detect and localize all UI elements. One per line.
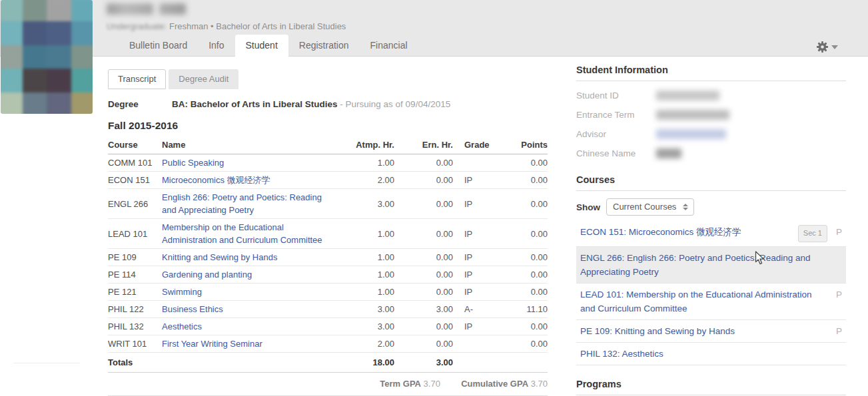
cell-ern-hr: 0.00: [394, 335, 453, 353]
cell-grade: IP: [453, 284, 493, 301]
cell-course-code: WRIT 101: [108, 335, 162, 353]
divider-line: [13, 363, 80, 363]
cell-ern-hr: 0.00: [394, 249, 453, 266]
course-list-item[interactable]: PE 109: Knitting and Sewing by Hands P: [576, 320, 846, 343]
cell-atmp-hr: 1.00: [333, 266, 394, 284]
transcript-row: PHIL 122 Business Ethics 3.00 3.00 A- 11…: [108, 301, 548, 318]
course-list-item[interactable]: PHIL 132: Aesthetics: [576, 343, 846, 365]
totals-atmp: 18.00: [333, 353, 394, 373]
tab-student[interactable]: Student: [235, 35, 288, 57]
course-list-item[interactable]: ECON 151: Microeconomics 微观经济学 Sec 1 P: [576, 221, 846, 247]
cell-atmp-hr: 1.00: [333, 154, 394, 172]
cell-course-name-link[interactable]: Knitting and Sewing by Hands: [162, 252, 277, 262]
cell-grade: IP: [453, 249, 493, 266]
cell-course-name-link[interactable]: English 266: Poetry and Poetics: Reading…: [162, 192, 322, 215]
degree-pursuing-note: - Pursuing as of 09/04/2015: [340, 99, 450, 109]
redacted-value: [656, 129, 726, 139]
course-flag: P: [833, 324, 842, 338]
transcript-row: ECON 151 Microeconomics 微观经济学 2.00 0.00 …: [108, 172, 548, 189]
cell-atmp-hr: 1.00: [333, 219, 394, 249]
cell-ern-hr: 0.00: [394, 154, 453, 172]
gpa-row: Term GPA 3.70 Cumulative GPA 3.70: [108, 373, 548, 396]
redacted-value: [656, 91, 719, 100]
cell-course-name-link[interactable]: Gardening and planting: [162, 270, 252, 280]
redacted-value: [656, 110, 729, 120]
info-field-label: Chinese Name: [576, 148, 656, 158]
cell-points: 0.00: [493, 266, 548, 284]
transcript-subtab-bar: TranscriptDegree Audit: [108, 69, 548, 89]
transcript-row: COMM 101 Public Speaking 1.00 0.00 0.00: [108, 154, 548, 172]
course-item-link[interactable]: ENGL 266: English 266: Poetry and Poetic…: [580, 251, 827, 279]
cell-course-name-link[interactable]: Swimming: [162, 287, 202, 297]
avatar-pixel: [23, 93, 47, 114]
cell-atmp-hr: 2.00: [333, 335, 394, 353]
transcript-header-row: Course Name Atmp. Hr. Ern. Hr. Grade Poi…: [108, 136, 548, 154]
cell-grade: IP: [453, 266, 493, 284]
course-item-link[interactable]: PHIL 132: Aesthetics: [580, 347, 827, 361]
tab-registration[interactable]: Registration: [288, 35, 360, 57]
cell-points: 0.00: [493, 318, 548, 335]
tab-financial[interactable]: Financial: [360, 35, 418, 57]
course-list-item[interactable]: ENGL 266: English 266: Poetry and Poetic…: [576, 247, 846, 284]
cell-course-name-link[interactable]: Microeconomics 微观经济学: [162, 175, 270, 185]
subtab-degree-audit[interactable]: Degree Audit: [169, 69, 238, 89]
cell-course-name-link[interactable]: Business Ethics: [162, 304, 223, 314]
cell-grade: IP: [453, 219, 493, 249]
course-item-link[interactable]: LEAD 101: Membership on the Educational …: [580, 288, 827, 315]
sidebar-panel: Student Information Student ID Entrance …: [576, 65, 846, 396]
cell-ern-hr: 0.00: [394, 219, 453, 249]
avatar-pixel: [71, 0, 93, 21]
cell-course-name-link[interactable]: Membership on the Educational Administra…: [162, 222, 322, 245]
caret-down-icon: [831, 45, 838, 49]
transcript-row: PE 109 Knitting and Sewing by Hands 1.00…: [108, 249, 548, 266]
course-item-link[interactable]: ECON 151: Microeconomics 微观经济学: [580, 225, 793, 239]
cell-course-name-link[interactable]: First Year Writing Seminar: [162, 339, 262, 349]
transcript-panel: TranscriptDegree Audit Degree BA: Bachel…: [108, 69, 548, 396]
cell-course-name-link[interactable]: Aesthetics: [162, 321, 202, 331]
info-field-label: Entrance Term: [576, 110, 656, 120]
section-badge: Sec 1: [798, 225, 827, 242]
avatar-pixel: [1, 21, 23, 45]
course-list-item[interactable]: LEAD 101: Membership on the Educational …: [576, 284, 846, 320]
info-field-row: Student ID: [576, 90, 846, 100]
settings-menu-button[interactable]: [816, 41, 838, 53]
col-atmp-hr: Atmp. Hr.: [333, 136, 394, 154]
tab-info[interactable]: Info: [198, 35, 234, 57]
avatar-pixel: [23, 21, 47, 45]
cell-course-code: COMM 101: [108, 154, 162, 172]
cell-atmp-hr: 3.00: [333, 318, 394, 335]
select-updown-icon: [683, 204, 688, 210]
transcript-row: PE 121 Swimming 1.00 0.00 IP 0.00: [108, 284, 548, 301]
transcript-row: LEAD 101 Membership on the Educational A…: [108, 219, 548, 249]
cell-course-name-link[interactable]: Public Speaking: [162, 158, 224, 168]
course-flag: P: [833, 288, 842, 301]
cell-ern-hr: 0.00: [394, 189, 453, 219]
subtitle-text: Freshman • Bachelor of Arts in Liberal S…: [169, 21, 346, 31]
student-name-redacted: [107, 2, 346, 15]
cell-points: 0.00: [493, 335, 548, 353]
courses-section: Courses Show Current Courses ECON 151: M…: [576, 174, 846, 365]
show-label: Show: [576, 202, 600, 212]
avatar-pixel: [23, 0, 47, 21]
info-field-label: Student ID: [576, 91, 656, 100]
avatar-pixel: [23, 45, 47, 69]
term-gpa-value: 3.70: [424, 379, 440, 389]
tab-bulletin-board[interactable]: Bulletin Board: [119, 35, 198, 57]
info-field-row: Entrance Term: [576, 109, 846, 120]
cell-ern-hr: 0.00: [394, 318, 453, 335]
subtab-transcript[interactable]: Transcript: [108, 69, 166, 89]
student-information-fields: Student ID Entrance Term Advisor Chinese…: [576, 90, 846, 158]
avatar-pixel: [71, 69, 93, 93]
cell-course-code: PHIL 132: [108, 318, 162, 335]
course-item-link[interactable]: PE 109: Knitting and Sewing by Hands: [580, 324, 827, 338]
avatar-pixel: [71, 45, 93, 69]
courses-filter-select[interactable]: Current Courses: [606, 198, 694, 216]
info-field-row: Chinese Name: [576, 148, 846, 158]
cell-grade: IP: [453, 172, 493, 189]
cell-grade: IP: [453, 189, 493, 219]
redacted-block: [107, 3, 153, 15]
cell-grade: [453, 154, 493, 172]
cell-points: 0.00: [493, 249, 548, 266]
cell-atmp-hr: 3.00: [333, 301, 394, 318]
settings-gear-icon: [816, 41, 829, 53]
